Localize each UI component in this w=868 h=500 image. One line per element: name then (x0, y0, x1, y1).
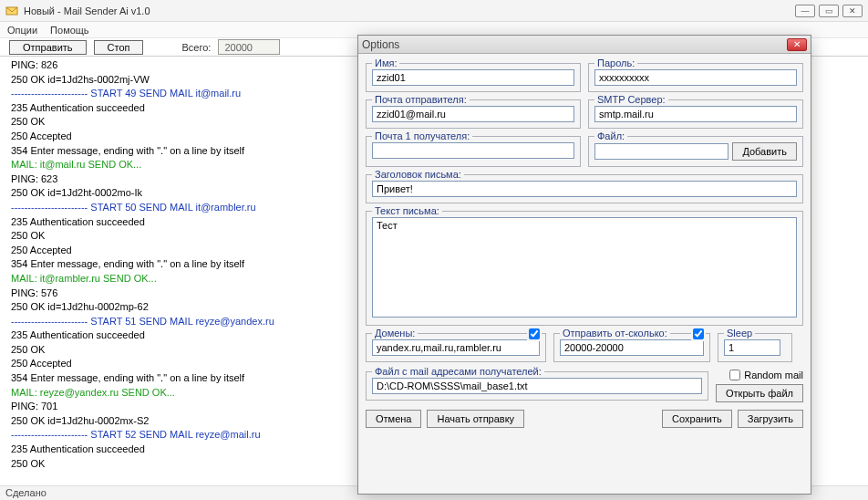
file-fieldset: Файл: Добавить (588, 136, 803, 167)
menu-help[interactable]: Помощь (50, 25, 89, 36)
password-input[interactable] (594, 69, 797, 86)
subject-fieldset: Заголовок письма: (366, 174, 803, 203)
send-amount-fieldset: Отправить от-сколько: (553, 333, 710, 362)
add-file-button[interactable]: Добавить (732, 142, 797, 161)
password-label: Пароль: (594, 57, 637, 68)
dialog-close-icon[interactable]: ✕ (787, 38, 807, 51)
sleep-input[interactable] (724, 339, 780, 356)
window-titlebar: Новый - Mail Sender Ai v1.0 — ▭ ✕ (0, 0, 868, 22)
sender-mail-input[interactable] (372, 106, 574, 122)
name-input[interactable] (372, 69, 574, 86)
dialog-title: Options (362, 38, 399, 51)
mail-file-fieldset: Файл с mail адресами получателей: (366, 371, 708, 401)
sender-mail-fieldset: Почта отправителя: (366, 99, 581, 129)
body-fieldset: Текст письма: (366, 211, 803, 326)
subject-label: Заголовок письма: (372, 169, 464, 180)
sender-mail-label: Почта отправителя: (372, 94, 470, 105)
domains-input[interactable] (372, 339, 540, 356)
body-label: Текст письма: (372, 205, 442, 216)
subject-input[interactable] (372, 181, 797, 197)
send-amount-input[interactable] (560, 339, 704, 356)
total-input[interactable] (218, 39, 280, 55)
open-file-button[interactable]: Открыть файл (716, 384, 803, 402)
domains-fieldset: Домены: (366, 333, 546, 362)
smtp-input[interactable] (594, 106, 797, 122)
domains-label: Домены: (372, 328, 418, 339)
name-fieldset: Имя: (366, 63, 581, 92)
minimize-icon[interactable]: — (795, 5, 815, 17)
recipient1-label: Почта 1 получателя: (372, 130, 472, 141)
smtp-fieldset: SMTP Сервер: (588, 99, 803, 129)
domains-checkbox[interactable] (529, 328, 540, 339)
random-mail-checkbox[interactable] (729, 370, 740, 380)
password-fieldset: Пароль: (588, 63, 803, 92)
cancel-button[interactable]: Отмена (366, 410, 421, 428)
options-dialog: Options ✕ Имя: Пароль: Почта отправителя… (357, 35, 811, 495)
recipient1-fieldset: Почта 1 получателя: (366, 136, 581, 167)
mail-file-label: Файл с mail адресами получателей: (372, 366, 544, 377)
file-label: Файл: (594, 130, 627, 141)
close-icon[interactable]: ✕ (842, 5, 863, 17)
send-amount-checkbox[interactable] (693, 328, 704, 339)
send-button[interactable]: Отправить (9, 40, 87, 55)
random-mail-label: Random mail (744, 370, 803, 380)
smtp-label: SMTP Сервер: (594, 94, 668, 105)
dialog-titlebar: Options ✕ (358, 36, 811, 54)
window-title: Новый - Mail Sender Ai v1.0 (24, 5, 150, 16)
mail-file-input[interactable] (372, 378, 702, 394)
total-label: Всего: (181, 42, 211, 53)
recipient1-input[interactable] (372, 142, 574, 159)
save-button[interactable]: Сохранить (662, 410, 732, 428)
file-input[interactable] (594, 143, 728, 160)
menu-options[interactable]: Опции (7, 25, 37, 36)
app-icon (5, 5, 18, 17)
start-send-button[interactable]: Начать отправку (427, 410, 524, 428)
sleep-label: Sleep (724, 328, 755, 339)
name-label: Имя: (372, 57, 399, 68)
body-textarea[interactable] (372, 217, 797, 318)
send-amount-label: Отправить от-сколько: (560, 328, 670, 339)
load-button[interactable]: Загрузить (738, 410, 803, 428)
sleep-fieldset: Sleep (718, 333, 792, 362)
maximize-icon[interactable]: ▭ (819, 5, 839, 17)
stop-button[interactable]: Стоп (94, 40, 144, 55)
